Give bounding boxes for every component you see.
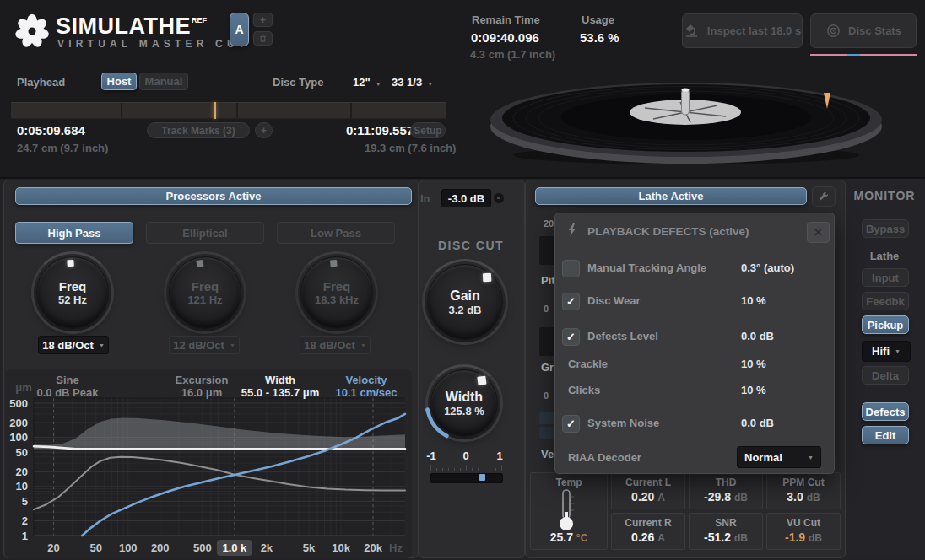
pitch-scale-0: 0 [544,304,549,314]
svg-text:μm: μm [15,381,32,394]
svg-text:1: 1 [22,530,28,542]
track-marks-button[interactable]: Track Marks (3) [147,122,250,138]
monitor-delta-button[interactable]: Delta [862,366,909,385]
riaa-decoder-select[interactable]: Normal ▼ [737,446,821,468]
svg-text:100: 100 [9,431,28,444]
playback-defects-popup: PLAYBACK DEFECTS (active) ✕ ✓ Manual Tra… [554,213,835,474]
system-noise-checkbox[interactable]: ✓ [562,415,580,433]
remain-time-value: 0:09:40.096 [471,30,539,45]
svg-text:500: 500 [193,541,212,554]
tab-low-pass[interactable]: Low Pass [277,222,395,244]
tab-high-pass[interactable]: High Pass [15,222,133,244]
manual-tracking-checkbox[interactable]: ✓ [562,260,580,277]
monitor-input-button[interactable]: Input [862,268,909,287]
popup-title: PLAYBACK DEFECTS (active) [587,225,749,238]
disc-size-select[interactable]: 12"▼ [353,76,381,89]
pitch-scale-20: 20 [544,218,554,229]
defect-row-defects-level: ✓ Defects Level 0.0 dB [555,328,834,347]
track-mark[interactable] [121,103,122,118]
usage-label: Usage [582,13,614,26]
timeline-playhead[interactable] [214,102,216,119]
knob-indicator [67,260,74,267]
input-gain-label: In [420,192,430,205]
playhead-host-button[interactable]: Host [101,73,137,90]
disc-type-label: Disc Type [273,76,323,89]
lowpass-slope-select[interactable]: 18 dB/Oct▼ [300,336,371,354]
monitor-bypass-button[interactable]: Bypass [862,219,909,238]
riaa-decoder-label: RIAA Decoder [568,451,641,464]
svg-text:500: 500 [9,397,28,410]
preset-add-button[interactable]: + [253,13,273,27]
legend-width[interactable]: Width55.0 - 135.7 μm [241,374,320,399]
add-track-mark-button[interactable]: + [255,122,273,138]
disc-stats-button[interactable]: Disc Stats [810,13,917,48]
monitor-pickup-button[interactable]: Pickup [862,315,909,334]
disc-wear-checkbox[interactable]: ✓ [562,293,580,310]
lock-icon[interactable] [493,192,505,204]
groove-scale-0: 0 [544,390,549,401]
close-icon[interactable]: ✕ [807,222,830,243]
inspect-last-button[interactable]: Inspect last 18.0 s [682,13,803,48]
knob-indicator [330,260,338,267]
timeline-scrubber[interactable] [11,102,446,119]
chevron-down-icon: ▼ [376,81,381,87]
disc-speed-select[interactable]: 33 1/3▼ [392,76,433,89]
balance-tick-marks [430,465,501,471]
track-mark[interactable] [236,103,238,118]
usage-value: 53.6 % [580,30,619,45]
input-gain-value[interactable]: -3.0 dB [441,189,491,207]
highpass-slope-select[interactable]: 18 dB/Oct▼ [38,336,109,354]
preset-delete-button[interactable] [253,31,273,46]
balance-slider[interactable] [430,473,503,483]
excursion-chart: Sine0.0 dB Peak Excursion16.0 μm Width55… [5,369,412,558]
monitor-defects-button[interactable]: Defects [862,402,909,421]
knob-indicator [196,260,203,267]
simulathe-plugin-window: SIMULATHE REF VIRTUAL MASTER CUT A + Rem… [0,0,925,560]
playhead-label: Playhead [17,76,65,89]
remain-time-label: Remain Time [472,13,540,26]
legend-excursion: Excursion16.0 μm [176,374,229,399]
monitor-lathe-label: Lathe [846,250,923,262]
highpass-freq-knob[interactable]: Freq 52 Hz [36,256,109,329]
defects-level-checkbox[interactable]: ✓ [562,328,580,346]
svg-text:50: 50 [16,446,28,459]
preset-a-button[interactable]: A [230,13,249,46]
remain-radius-value: 4.3 cm (1.7 inch) [470,48,555,61]
cut-gain-knob[interactable]: Gain 3.2 dB [427,264,503,340]
svg-text:2: 2 [22,514,28,527]
legend-velocity[interactable]: Velocity10.1 cm/sec [335,374,397,399]
trash-icon [258,34,268,43]
svg-text:Hz: Hz [389,541,403,554]
lowpass-freq-knob[interactable]: Freq 18.3 kHz [300,256,373,329]
svg-text:5k: 5k [303,541,316,554]
lathe-settings-button[interactable] [812,186,836,207]
lathe-active-button[interactable]: Lathe Active [535,187,807,205]
snr-cell: SNR -51.2 dB [689,513,763,550]
app-subtitle: VIRTUAL MASTER CUT [57,38,249,50]
svg-text:10k: 10k [332,541,350,554]
chevron-down-icon: ▼ [895,348,901,354]
elliptical-slope-select[interactable]: 12 dB/Oct▼ [169,336,240,354]
app-title-ref: REF [192,16,207,24]
current-r-cell: Current R 0.26 A [611,513,685,550]
pickup-mode-select[interactable]: Hifi ▼ [862,341,911,362]
monitor-feedbk-button[interactable]: Feedbk [862,292,909,310]
svg-text:10: 10 [16,480,28,493]
monitor-edit-button[interactable]: Edit [862,426,909,444]
balance-slider-handle[interactable] [479,474,485,481]
playhead-manual-button[interactable]: Manual [139,73,188,90]
processors-active-button[interactable]: Processors Active [15,187,412,205]
monitor-header: MONITOR [846,189,923,202]
tab-elliptical[interactable]: Elliptical [146,222,264,244]
chevron-down-icon: ▼ [427,81,433,87]
track-mark[interactable] [350,103,352,118]
cut-width-knob[interactable]: Width 125.8 % [430,369,498,437]
elliptical-freq-knob[interactable]: Freq 121 Hz [169,256,241,329]
microscope-icon [684,23,701,40]
svg-text:5: 5 [22,495,28,508]
legend-sine: Sine0.0 dB Peak [37,374,99,399]
svg-text:20k: 20k [364,541,382,554]
setup-button[interactable]: Setup [410,122,446,138]
knob-indicator [477,376,486,385]
balance-tick-zero: 0 [458,450,473,462]
